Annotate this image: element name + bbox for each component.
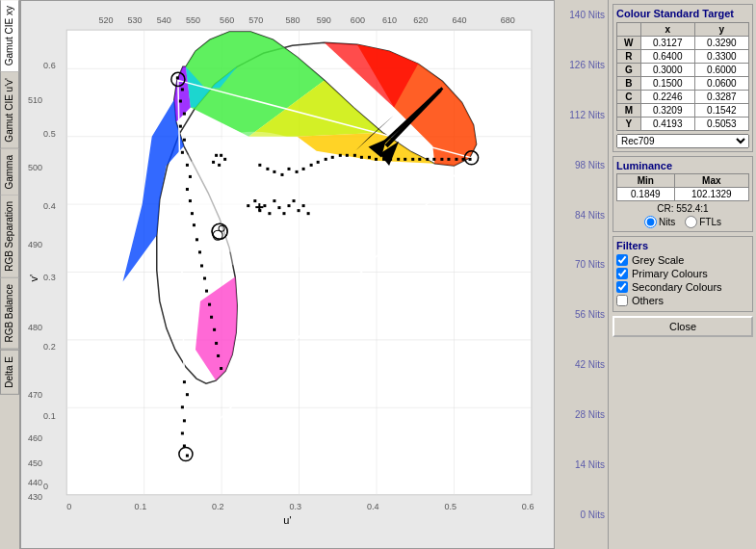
radio-nits[interactable] (644, 216, 657, 228)
filters-section: Filters Grey Scale Primary Colours Secon… (613, 236, 753, 312)
svg-text:500: 500 (28, 163, 42, 172)
svg-rect-137 (263, 204, 266, 207)
colour-standard-title: Colour Standard Target (616, 8, 749, 19)
svg-rect-83 (210, 316, 213, 319)
sidebar-item-rgb-sep[interactable]: RGB Separation (0, 196, 19, 278)
colour-row-label: W (617, 37, 641, 50)
sidebar: Gamut CIE xy Gamut CIE u'v' Gamma RGB Se… (0, 0, 20, 549)
colour-row-y: 0.3287 (694, 91, 748, 104)
svg-rect-127 (426, 158, 429, 161)
svg-rect-131 (455, 158, 457, 161)
svg-rect-98 (218, 164, 221, 167)
svg-text:430: 430 (28, 492, 42, 502)
nits-42: 42 Nits (575, 359, 608, 370)
svg-rect-110 (302, 168, 305, 170)
colour-row-y: 0.3290 (694, 37, 748, 50)
lum-max-val: 102.1329 (674, 188, 748, 201)
radio-ftls[interactable] (685, 216, 697, 228)
svg-text:0.3: 0.3 (43, 273, 56, 282)
nits-98: 98 Nits (575, 160, 608, 170)
colour-row-x: 0.2246 (640, 91, 694, 104)
filter-item[interactable]: Grey Scale (616, 254, 749, 266)
sidebar-item-gamma[interactable]: Gamma (0, 149, 19, 196)
filter-item[interactable]: Secondary Colours (616, 281, 749, 293)
svg-text:v': v' (28, 274, 39, 282)
col-y: y (694, 23, 748, 37)
sidebar-item-gamut-uv[interactable]: Gamut CIE u'v' (0, 72, 19, 149)
svg-rect-116 (346, 154, 349, 157)
right-panel: Colour Standard Target x y W 0.3127 0.32… (608, 0, 756, 549)
svg-text:0.4: 0.4 (367, 502, 379, 511)
svg-rect-117 (353, 154, 356, 157)
nits-ftls-radio: Nits FTLs (616, 216, 749, 228)
filter-label: Others (632, 295, 664, 306)
svg-text:510: 510 (28, 95, 42, 105)
svg-text:0.2: 0.2 (43, 342, 56, 352)
colour-standard-dropdown[interactable]: Rec709DCI-P3BT.2020 (616, 134, 749, 148)
colour-standard-section: Colour Standard Target x y W 0.3127 0.32… (613, 4, 753, 152)
svg-rect-146 (307, 212, 310, 215)
radio-nits-label[interactable]: Nits (644, 216, 675, 228)
filter-item[interactable]: Others (616, 295, 749, 306)
colour-row-x: 0.6400 (640, 50, 694, 64)
svg-rect-73 (186, 188, 189, 191)
svg-rect-128 (432, 158, 435, 161)
svg-rect-94 (186, 455, 189, 458)
svg-rect-82 (208, 303, 211, 306)
svg-text:620: 620 (413, 15, 428, 25)
filter-checkbox[interactable] (616, 281, 628, 293)
close-button[interactable]: Close (613, 316, 753, 337)
svg-rect-142 (288, 204, 291, 207)
sidebar-item-rgb-bal[interactable]: RGB Balance (0, 278, 19, 350)
colour-table: x y W 0.3127 0.3290 R 0.6400 0.3300 G 0.… (616, 22, 749, 131)
svg-rect-120 (375, 158, 378, 161)
sidebar-item-gamut-xy[interactable]: Gamut CIE xy (0, 0, 19, 72)
svg-text:480: 480 (28, 323, 42, 332)
svg-rect-130 (447, 158, 450, 161)
svg-rect-122 (389, 158, 392, 161)
svg-text:680: 680 (501, 15, 515, 25)
svg-rect-106 (273, 170, 275, 173)
cie-diagram: 520 530 540 550 560 570 580 590 600 610 … (26, 6, 549, 543)
contrast-ratio: CR: 552.4:1 (616, 203, 749, 214)
svg-rect-90 (181, 405, 184, 408)
colour-row-y: 0.0600 (694, 77, 748, 91)
svg-text:0.4: 0.4 (43, 201, 56, 211)
svg-rect-84 (213, 328, 216, 331)
svg-text:440: 440 (28, 478, 42, 487)
lum-min-header: Min (617, 174, 675, 188)
svg-rect-141 (282, 212, 285, 215)
nits-126: 126 Nits (569, 60, 608, 70)
filter-checkbox[interactable] (616, 254, 628, 266)
colour-table-row: W 0.3127 0.3290 (617, 37, 749, 50)
svg-rect-66 (179, 99, 182, 102)
colour-row-label: G (617, 64, 641, 77)
colour-row-x: 0.4193 (640, 118, 694, 131)
svg-text:640: 640 (452, 15, 466, 25)
filter-item[interactable]: Primary Colours (616, 268, 749, 279)
svg-rect-85 (215, 342, 218, 345)
svg-text:520: 520 (98, 15, 113, 25)
svg-rect-70 (181, 151, 184, 154)
svg-text:0.3: 0.3 (290, 502, 302, 511)
svg-rect-112 (317, 161, 320, 164)
luminance-table: Min Max 0.1849 102.1329 (616, 173, 749, 201)
svg-rect-134 (247, 204, 249, 207)
radio-ftls-label[interactable]: FTLs (685, 216, 721, 228)
svg-rect-86 (217, 354, 220, 357)
filter-checkbox[interactable] (616, 268, 628, 279)
luminance-title: Luminance (616, 160, 749, 171)
svg-point-54 (167, 132, 341, 268)
filter-checkbox[interactable] (616, 295, 628, 306)
colour-row-label: R (617, 50, 641, 64)
svg-rect-132 (462, 158, 465, 161)
svg-rect-87 (220, 367, 222, 370)
svg-text:600: 600 (351, 15, 365, 25)
nits-56: 56 Nits (575, 309, 608, 320)
svg-rect-97 (212, 161, 215, 164)
svg-text:560: 560 (220, 15, 234, 25)
sidebar-item-delta-e[interactable]: Delta E (0, 350, 19, 395)
svg-text:0: 0 (66, 502, 71, 511)
svg-rect-135 (253, 199, 256, 202)
svg-rect-123 (397, 158, 400, 161)
